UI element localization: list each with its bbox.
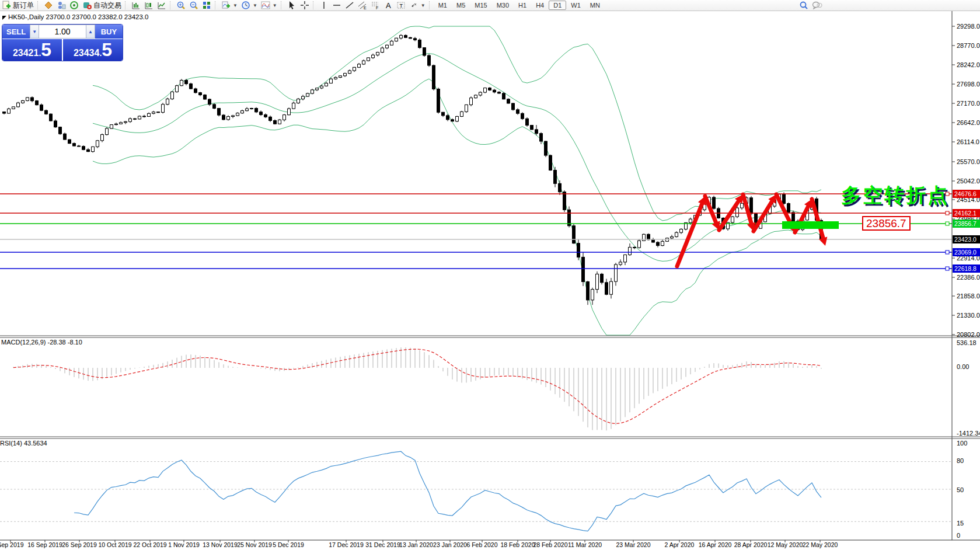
- date-axis-label: 16 Apr 2020: [699, 541, 732, 548]
- macd-pane: [13, 347, 821, 430]
- arrows-tool-icon: [409, 1, 418, 10]
- price-axis-label: 22386.0: [957, 274, 980, 281]
- bar-chart-icon: [131, 1, 141, 10]
- text-tool-icon: A: [383, 1, 393, 10]
- date-axis-label: 2 Apr 2020: [665, 541, 695, 548]
- volume-decrease-button[interactable]: ▼: [30, 25, 39, 39]
- highlight-box[interactable]: [782, 221, 839, 229]
- equidistant-channel-button[interactable]: E: [356, 1, 369, 11]
- fibonacci-button[interactable]: F: [369, 1, 382, 11]
- volume-input[interactable]: [39, 25, 86, 39]
- timeframe-button-D1[interactable]: D1: [549, 1, 566, 10]
- date-axis-label: 12 May 2020: [768, 541, 803, 548]
- timeframe-button-M1[interactable]: M1: [434, 1, 452, 10]
- strategy-tester-icon: [57, 1, 66, 10]
- timeframe-button-M15[interactable]: M15: [470, 1, 491, 10]
- buy-price-main: 23434: [74, 42, 100, 58]
- cursor-button[interactable]: [285, 1, 298, 11]
- search-button[interactable]: [797, 1, 810, 11]
- macd-axis-label: 0.00: [957, 363, 969, 370]
- toolbar-separator: [37, 1, 40, 9]
- candlestick-chart-button[interactable]: [142, 1, 155, 11]
- templates-icon: [261, 1, 270, 10]
- toolbar-separator: [429, 1, 432, 9]
- line-chart-button[interactable]: [155, 1, 168, 11]
- price-tag-label[interactable]: 23856.7: [862, 216, 911, 231]
- collapse-triangle-icon[interactable]: [2, 16, 6, 20]
- line-handle[interactable]: [946, 250, 949, 254]
- arrows-tool-button[interactable]: ▼: [407, 1, 427, 11]
- date-axis-label: Sep 2019: [0, 541, 24, 548]
- line-handle[interactable]: [946, 222, 949, 225]
- timeframe-button-MN[interactable]: MN: [585, 1, 605, 10]
- clock-icon: [241, 1, 250, 10]
- annotation-text[interactable]: 多空转折点: [841, 182, 949, 209]
- chart-title: HK50-,Daily 23700.0 23700.0 23382.0 2342…: [8, 13, 148, 20]
- horizontal-line-button[interactable]: [330, 1, 343, 11]
- tile-windows-icon: [202, 1, 211, 10]
- line-handle[interactable]: [946, 267, 949, 270]
- periods-button[interactable]: ▼: [239, 1, 259, 11]
- market-watch-button[interactable]: [42, 1, 55, 11]
- timeframe-button-H1[interactable]: H1: [514, 1, 531, 10]
- new-order-button[interactable]: 新订单: [0, 1, 36, 11]
- price-axis-label: 21858.0: [957, 293, 980, 300]
- price-axis-label: 28242.0: [957, 61, 980, 68]
- signals-icon: [69, 1, 79, 10]
- timeframe-group: M1M5M15M30H1H4D1W1MN: [434, 1, 605, 10]
- crosshair-button[interactable]: [298, 1, 311, 11]
- bar-chart-button[interactable]: [130, 1, 142, 11]
- date-axis-label: 28 Feb 2020: [533, 541, 568, 548]
- chart-canvas[interactable]: 29298.028770.028242.027698.027170.026642…: [0, 0, 980, 550]
- chat-button[interactable]: [810, 1, 824, 11]
- timeframe-button-H4[interactable]: H4: [531, 1, 549, 10]
- line-handle[interactable]: [946, 211, 949, 215]
- buy-button[interactable]: BUY: [95, 25, 123, 39]
- text-tool-button[interactable]: A: [382, 1, 395, 11]
- rsi-axis-label: 100: [957, 440, 967, 447]
- chart-annotations[interactable]: [677, 194, 839, 266]
- price-axis-label: 26114.0: [957, 138, 979, 145]
- zoom-in-button[interactable]: [175, 1, 187, 11]
- sell-price-frac: 5: [41, 39, 51, 60]
- timeframe-button-W1[interactable]: W1: [566, 1, 585, 10]
- svg-text:E: E: [364, 6, 367, 10]
- zoom-out-button[interactable]: [187, 1, 200, 11]
- rsi-axis-label: 50: [957, 486, 964, 493]
- signals-button[interactable]: [68, 1, 81, 11]
- rsi-label: RSI(14) 43.5634: [0, 440, 47, 447]
- templates-button[interactable]: ▼: [259, 1, 279, 11]
- date-axis-label: 5 Dec 2019: [273, 541, 304, 548]
- market-watch-icon: [44, 1, 53, 10]
- rsi-axis-label: 80: [957, 457, 964, 464]
- macd-axis-label: 536.18: [957, 339, 976, 346]
- svg-text:F: F: [376, 6, 378, 10]
- toolbar-separator: [281, 1, 284, 9]
- price-axis-label: 28770.0: [957, 42, 980, 49]
- one-click-trade-panel: SELL ▼ ▲ BUY 23421 . 5 23434 . 5: [2, 24, 123, 61]
- price-axis-label: 25570.0: [957, 158, 980, 165]
- sell-price[interactable]: 23421 . 5: [2, 39, 62, 61]
- buy-price[interactable]: 23434 . 5: [63, 39, 123, 61]
- chat-icon: [812, 1, 822, 10]
- autotrading-label: 自动交易: [93, 1, 121, 11]
- line-chart-icon: [157, 1, 166, 10]
- price-axis-label: 27698.0: [957, 81, 980, 88]
- tile-windows-button[interactable]: [200, 1, 213, 11]
- vertical-line-button[interactable]: [318, 1, 330, 11]
- trendline-button[interactable]: [343, 1, 356, 11]
- volume-increase-button[interactable]: ▲: [86, 25, 95, 39]
- indicators-button[interactable]: ▼: [219, 1, 239, 11]
- dropdown-caret: ▼: [253, 3, 257, 8]
- timeframe-button-M5[interactable]: M5: [452, 1, 470, 10]
- price-axis-label: 21330.0: [957, 312, 980, 319]
- channel-icon: E: [358, 1, 367, 10]
- macd-axis-label: -1412.34: [957, 430, 980, 437]
- autotrading-button[interactable]: 自动交易: [81, 1, 123, 11]
- timeframe-button-M30[interactable]: M30: [492, 1, 514, 10]
- label-tool-button[interactable]: T: [395, 1, 407, 11]
- sell-button[interactable]: SELL: [2, 25, 30, 39]
- macd-label: MACD(12,26,9) -28.38 -8.10: [1, 339, 82, 346]
- trendline-icon: [345, 1, 354, 10]
- strategy-tester-button[interactable]: [55, 1, 68, 11]
